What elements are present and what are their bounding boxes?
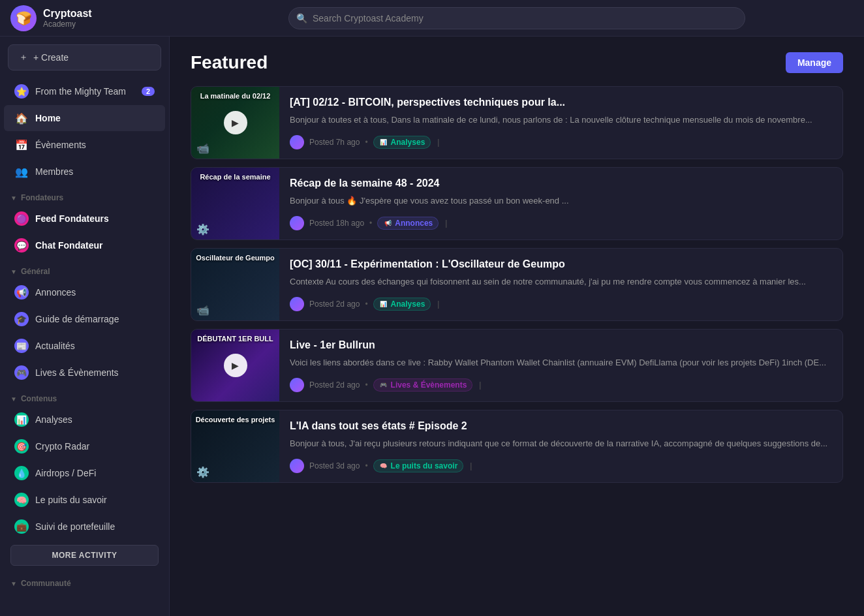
post-tag[interactable]: 📢 Annonces (377, 217, 439, 230)
section-label: Général (21, 267, 50, 276)
sidebar-item-label: Chat Fondateur (35, 240, 102, 251)
post-excerpt: Bonjour à tous 🔥 J'espère que vous avez … (290, 194, 832, 209)
sidebar-item-chat-fondateur[interactable]: 💬 Chat Fondateur (4, 232, 165, 258)
arrow-icon: ▼ (10, 395, 17, 403)
home-icon: 🏠 (14, 111, 29, 125)
post-tag[interactable]: 📊 Analyses (373, 136, 431, 149)
post-excerpt: Bonjour à toutes et à tous, Dans la mati… (290, 114, 832, 129)
post-card[interactable]: Oscillateur de Geumpo 📹 [OC] 30/11 - Exp… (191, 248, 843, 321)
settings-icon: ⚙️ (196, 466, 209, 478)
tag-icon: 🎮 (379, 380, 388, 390)
section-contenus[interactable]: ▼ Contenus (0, 386, 169, 406)
plus-icon: ＋ (19, 52, 28, 63)
section-label: Communauté (21, 579, 71, 588)
play-button[interactable]: ▶ (224, 111, 247, 134)
sidebar-item-membres[interactable]: 👥 Membres (4, 159, 165, 185)
post-body: L'IA dans tout ses états # Episode 2 Bon… (279, 410, 842, 482)
post-title: Récap de la semaine 48 - 2024 (290, 177, 832, 191)
section-label: Fondateurs (21, 193, 63, 202)
section-fondateurs[interactable]: ▼ Fondateurs (0, 185, 169, 205)
post-title: L'IA dans tout ses états # Episode 2 (290, 420, 832, 433)
sidebar-item-evenements[interactable]: 📅 Évènements (4, 132, 165, 158)
search-input[interactable] (288, 7, 745, 29)
post-card[interactable]: Récap de la semaine ⚙️ Récap de la semai… (191, 167, 843, 240)
create-button[interactable]: ＋ + Create (8, 44, 161, 70)
sidebar-item-lives[interactable]: 🎮 Lives & Évènements (4, 360, 165, 386)
sidebar-item-puits[interactable]: 🧠 Le puits du savoir (4, 487, 165, 513)
sidebar-item-label: Annonces (35, 287, 76, 298)
post-card[interactable]: La matinale du 02/12 ▶ 📹 [AT] 02/12 - BI… (191, 86, 843, 159)
post-time: Posted 2d ago (309, 380, 360, 390)
post-tag[interactable]: 🧠 Le puits du savoir (373, 459, 464, 472)
post-meta: Posted 2d ago • 📊 Analyses | (290, 297, 832, 311)
sidebar-item-analyses[interactable]: 📊 Analyses (4, 407, 165, 433)
layout: ＋ + Create ⭐ From the Mighty Team 2 🏠 Ho… (0, 37, 864, 616)
post-body: [AT] 02/12 - BITCOIN, perspectives techn… (279, 87, 842, 159)
section-general[interactable]: ▼ Général (0, 259, 169, 279)
suivi-icon: 💼 (14, 519, 29, 534)
main-content: Featured Manage La matinale du 02/12 ▶ 📹… (170, 37, 864, 616)
sidebar-item-guide[interactable]: 🎓 Guide de démarrage (4, 306, 165, 332)
post-meta: Posted 18h ago • 📢 Annonces | (290, 216, 832, 230)
post-tag[interactable]: 🎮 Lives & Évènements (373, 378, 473, 392)
post-tag[interactable]: 📊 Analyses (373, 298, 431, 311)
brand-name: Cryptoast (43, 8, 92, 20)
video-icon: 📹 (196, 142, 209, 155)
thumb-label: La matinale du 02/12 (191, 92, 279, 100)
guide-icon: 🎓 (14, 312, 29, 326)
tag-icon: 🧠 (379, 461, 388, 470)
thumb-label: Découverte des projets (191, 416, 279, 424)
tag-icon: 📊 (379, 138, 388, 147)
post-body: [OC] 30/11 - Expérimentation : L'Oscilla… (279, 249, 842, 320)
sidebar-item-actualites[interactable]: 📰 Actualités (4, 333, 165, 359)
author-avatar (290, 459, 304, 473)
sidebar-item-mighty-team[interactable]: ⭐ From the Mighty Team 2 (4, 78, 165, 104)
play-button[interactable]: ▶ (224, 354, 247, 377)
lives-icon: 🎮 (14, 365, 29, 380)
post-excerpt: Bonjour à tous, J'ai reçu plusieurs reto… (290, 437, 832, 452)
sidebar: ＋ + Create ⭐ From the Mighty Team 2 🏠 Ho… (0, 37, 170, 616)
post-time: Posted 18h ago (309, 219, 364, 228)
settings-icon: ⚙️ (196, 223, 209, 236)
post-meta: Posted 3d ago • 🧠 Le puits du savoir | (290, 459, 832, 473)
manage-button[interactable]: Manage (786, 52, 843, 73)
sidebar-item-label: From the Mighty Team (35, 86, 126, 97)
actualites-icon: 📰 (14, 339, 29, 353)
sidebar-item-label: Crypto Radar (35, 441, 89, 452)
post-meta: Posted 7h ago • 📊 Analyses | (290, 135, 832, 149)
post-thumbnail: DÉBUTANT 1ER BULL ▶ (191, 330, 279, 401)
post-card[interactable]: DÉBUTANT 1ER BULL ▶ Live - 1er Bullrun V… (191, 329, 843, 402)
sidebar-item-label: Lives & Évènements (35, 367, 119, 378)
arrow-icon: ▼ (10, 268, 17, 275)
chat-fondateur-icon: 💬 (14, 238, 29, 253)
post-excerpt: Voici les liens abordés dans ce live : R… (290, 356, 832, 371)
sidebar-item-label: Airdrops / DeFi (35, 468, 96, 478)
create-label: + Create (33, 52, 69, 63)
post-time: Posted 7h ago (309, 138, 360, 147)
section-communaute[interactable]: ▼ Communauté (0, 571, 169, 591)
sidebar-item-label: Le puits du savoir (35, 495, 107, 505)
thumb-label: Récap de la semaine (191, 173, 279, 181)
sidebar-item-feed-fondateurs[interactable]: 🟣 Feed Fondateurs (4, 206, 165, 232)
feed-fondateurs-icon: 🟣 (14, 211, 29, 226)
post-thumbnail: Récap de la semaine ⚙️ (191, 168, 279, 239)
sidebar-item-label: Guide de démarrage (35, 314, 119, 324)
brand-subtitle: Academy (43, 20, 92, 29)
post-time: Posted 3d ago (309, 461, 360, 470)
sidebar-item-suivi[interactable]: 💼 Suivi de portefeuille (4, 514, 165, 540)
sidebar-item-home[interactable]: 🏠 Home (4, 105, 165, 131)
post-card[interactable]: Découverte des projets ⚙️ L'IA dans tout… (191, 410, 843, 483)
post-body: Récap de la semaine 48 - 2024 Bonjour à … (279, 168, 842, 239)
sidebar-item-airdrops[interactable]: 💧 Airdrops / DeFi (4, 460, 165, 486)
sidebar-item-crypto-radar[interactable]: 🎯 Crypto Radar (4, 433, 165, 459)
analyses-icon: 📊 (14, 412, 29, 427)
search-icon: 🔍 (296, 13, 307, 23)
post-body: Live - 1er Bullrun Voici les liens abord… (279, 330, 842, 401)
author-avatar (290, 378, 304, 392)
more-activity-button[interactable]: MORE ACTIVITY (10, 545, 159, 566)
tag-icon: 📊 (379, 300, 388, 309)
author-avatar (290, 297, 304, 311)
post-meta: Posted 2d ago • 🎮 Lives & Évènements | (290, 378, 832, 392)
sidebar-item-label: Actualités (35, 341, 75, 351)
sidebar-item-annonces[interactable]: 📢 Annonces (4, 279, 165, 305)
